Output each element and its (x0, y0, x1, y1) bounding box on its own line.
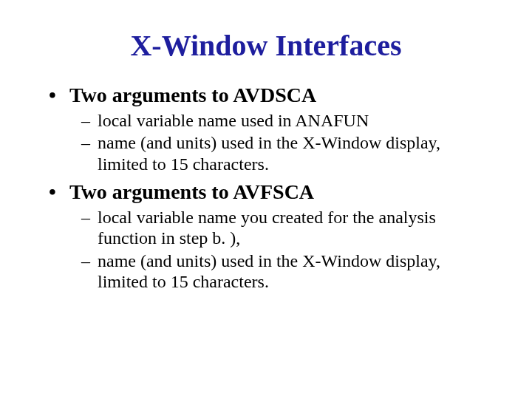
bullet-item-2: Two arguments to AVFSCA (52, 180, 480, 204)
sub-item-2-1: local variable name you created for the … (81, 207, 480, 249)
sub-item-1-1: local variable name used in ANAFUN (81, 110, 480, 131)
slide-title: X-Window Interfaces (52, 28, 480, 63)
sub-item-1-2: name (and units) used in the X-Window di… (81, 132, 480, 174)
sub-item-2-2: name (and units) used in the X-Window di… (81, 250, 480, 293)
bullet-item-1: Two arguments to AVDSCA (52, 83, 480, 107)
